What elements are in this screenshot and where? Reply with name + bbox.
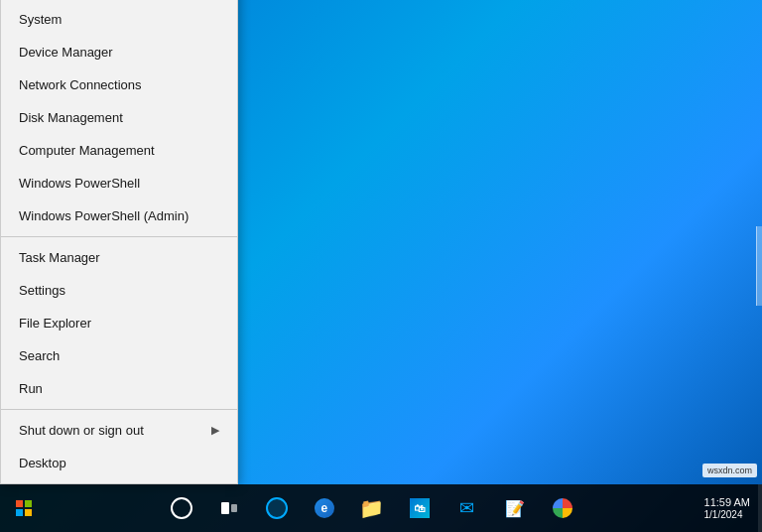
taskbar-edge-icon[interactable]: e — [303, 486, 346, 530]
clock: 11:59 AM1/1/2024 — [704, 496, 750, 520]
menu-item-label-windows-powershell-admin: Windows PowerShell (Admin) — [19, 208, 189, 223]
menu-item-label-settings: Settings — [19, 283, 65, 298]
menu-item-shut-down-sign-out[interactable]: Shut down or sign out▶ — [1, 414, 237, 447]
taskbar-chrome-icon[interactable] — [541, 486, 584, 530]
taskbar-cortana-icon[interactable] — [255, 486, 299, 530]
submenu-arrow-icon: ▶ — [211, 424, 219, 437]
desktop: Apps and FeaturesMobility CenterPower Op… — [0, 0, 762, 532]
system-tray: 11:59 AM1/1/2024 — [697, 496, 758, 520]
taskbar-sticky-notes-icon[interactable]: 📝 — [493, 486, 537, 530]
menu-item-label-disk-management: Disk Management — [19, 110, 123, 125]
windows-logo-icon — [16, 500, 32, 516]
svg-rect-2 — [16, 509, 23, 516]
menu-item-disk-management[interactable]: Disk Management — [1, 101, 237, 134]
menu-item-computer-management[interactable]: Computer Management — [1, 134, 237, 167]
taskbar-file-explorer-icon[interactable]: 📁 — [350, 486, 394, 530]
taskbar-icons: e 📁 🛍 ✉ 📝 — [48, 486, 697, 530]
taskbar-search-icon[interactable] — [160, 486, 203, 530]
menu-item-system[interactable]: System — [1, 3, 237, 36]
taskbar-taskview-icon[interactable] — [207, 486, 251, 530]
menu-item-settings[interactable]: Settings — [1, 274, 237, 307]
menu-item-label-run: Run — [19, 381, 43, 396]
taskbar-mail-icon[interactable]: ✉ — [445, 486, 489, 530]
svg-rect-1 — [25, 500, 32, 507]
start-button[interactable] — [0, 484, 48, 532]
menu-item-label-search: Search — [19, 348, 60, 363]
menu-item-label-windows-powershell: Windows PowerShell — [19, 176, 140, 191]
show-desktop-strip[interactable] — [758, 484, 762, 532]
svg-rect-3 — [25, 509, 32, 516]
menu-item-network-connections[interactable]: Network Connections — [1, 68, 237, 101]
menu-item-label-shut-down-sign-out: Shut down or sign out — [19, 423, 144, 438]
menu-item-label-system: System — [19, 12, 62, 27]
menu-item-label-file-explorer: File Explorer — [19, 316, 91, 331]
menu-item-label-network-connections: Network Connections — [19, 77, 142, 92]
menu-item-search[interactable]: Search — [1, 339, 237, 372]
menu-item-windows-powershell-admin[interactable]: Windows PowerShell (Admin) — [1, 200, 237, 232]
menu-item-file-explorer[interactable]: File Explorer — [1, 307, 237, 339]
menu-item-windows-powershell[interactable]: Windows PowerShell — [1, 167, 237, 200]
svg-rect-0 — [16, 500, 23, 507]
menu-item-desktop[interactable]: Desktop — [1, 447, 237, 479]
menu-divider — [1, 236, 237, 237]
menu-item-label-computer-management: Computer Management — [19, 143, 155, 158]
taskbar: e 📁 🛍 ✉ 📝 11:59 AM1/1/ — [0, 484, 762, 532]
menu-item-run[interactable]: Run — [1, 372, 237, 405]
menu-item-device-manager[interactable]: Device Manager — [1, 36, 237, 68]
context-menu: Apps and FeaturesMobility CenterPower Op… — [0, 0, 238, 484]
menu-item-label-device-manager: Device Manager — [19, 45, 113, 60]
menu-item-label-desktop: Desktop — [19, 456, 66, 470]
taskbar-store-icon[interactable]: 🛍 — [398, 486, 442, 530]
watermark: wsxdn.com — [702, 464, 757, 477]
show-desktop-button[interactable] — [756, 226, 762, 306]
menu-item-task-manager[interactable]: Task Manager — [1, 241, 237, 274]
menu-item-label-task-manager: Task Manager — [19, 250, 100, 265]
menu-divider — [1, 409, 237, 410]
